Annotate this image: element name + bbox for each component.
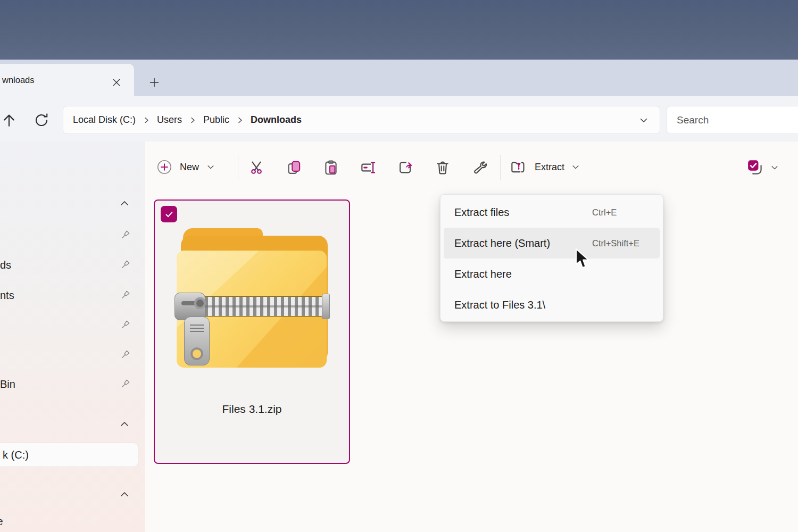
chevron-right-icon xyxy=(189,117,196,123)
sidebar-item-label: Bin xyxy=(0,378,15,390)
chevron-down-icon xyxy=(771,164,778,171)
new-button-label: New xyxy=(180,162,199,173)
close-icon xyxy=(112,78,121,87)
paste-button[interactable] xyxy=(320,157,342,178)
address-dropdown-button[interactable] xyxy=(639,116,648,124)
breadcrumb: Local Disk (C:) Users Public Downloads xyxy=(63,106,660,134)
tab-title: wnloads xyxy=(2,75,35,85)
paste-icon xyxy=(322,159,339,176)
breadcrumb-item-downloads[interactable]: Downloads xyxy=(251,114,302,126)
menu-item-label: Extract here (Smart) xyxy=(454,237,550,250)
zip-folder-icon xyxy=(510,159,527,176)
chevron-down-icon xyxy=(207,163,214,171)
trash-icon xyxy=(434,159,451,176)
sidebar-item[interactable] xyxy=(0,344,145,365)
refresh-icon xyxy=(34,112,49,128)
menu-item-extract-here[interactable]: Extract here xyxy=(444,259,660,289)
sidebar: ds nts Bin k (C:) e xyxy=(0,142,145,532)
pin-icon[interactable] xyxy=(119,349,131,361)
sidebar-item[interactable] xyxy=(0,314,145,336)
extract-button-label: Extract xyxy=(535,162,564,173)
chevron-up-icon xyxy=(119,489,130,500)
search-input[interactable] xyxy=(677,114,798,126)
toolbar-divider xyxy=(500,155,501,180)
chevron-right-icon xyxy=(237,117,243,123)
chevron-down-icon xyxy=(639,116,648,124)
plus-icon xyxy=(149,78,159,87)
pin-icon[interactable] xyxy=(119,378,131,390)
chevron-up-icon xyxy=(119,419,130,429)
menu-item-label: Extract here xyxy=(454,268,512,280)
menu-item-extract-here-smart[interactable]: Extract here (Smart) Ctrl+Shift+E xyxy=(444,228,660,259)
delete-button[interactable] xyxy=(432,157,453,178)
rename-button[interactable] xyxy=(357,157,378,178)
chevron-right-icon xyxy=(143,117,149,123)
pin-icon[interactable] xyxy=(119,259,131,271)
share-button[interactable] xyxy=(395,157,416,178)
rename-icon xyxy=(359,159,376,176)
add-circle-icon xyxy=(157,160,172,174)
cut-button[interactable] xyxy=(247,157,268,178)
copy-icon xyxy=(286,159,303,176)
arrow-up-icon xyxy=(1,112,17,129)
section-collapse-button[interactable] xyxy=(119,489,130,500)
copy-button[interactable] xyxy=(284,157,305,178)
sidebar-item-partial[interactable]: e xyxy=(0,515,3,528)
content-area: New xyxy=(145,142,798,532)
scissors-icon xyxy=(249,159,266,176)
file-item-files-3-1-zip[interactable]: Files 3.1.zip xyxy=(154,200,350,464)
file-name-label: Files 3.1.zip xyxy=(155,403,349,415)
menu-item-shortcut: Ctrl+Shift+E xyxy=(592,238,639,248)
extract-dropdown-menu: Extract files Ctrl+E Extract here (Smart… xyxy=(440,194,663,322)
pin-icon[interactable] xyxy=(119,229,131,241)
tools-button[interactable] xyxy=(469,157,491,178)
window-titlebar xyxy=(0,0,798,60)
wrench-icon xyxy=(471,159,488,176)
new-tab-button[interactable] xyxy=(146,74,163,91)
menu-item-label: Extract files xyxy=(454,206,509,219)
section-collapse-button[interactable] xyxy=(119,198,130,209)
menu-item-extract-to-folder[interactable]: Extract to Files 3.1\ xyxy=(444,289,660,320)
breadcrumb-item-public[interactable]: Public xyxy=(203,114,229,126)
drive-label: k (C:) xyxy=(3,449,29,461)
sidebar-item-documents[interactable]: nts xyxy=(0,285,145,306)
menu-item-extract-files[interactable]: Extract files Ctrl+E xyxy=(444,197,660,228)
menu-item-shortcut: Ctrl+E xyxy=(592,207,617,218)
sidebar-item[interactable] xyxy=(0,225,145,246)
breadcrumb-item-local-disk[interactable]: Local Disk (C:) xyxy=(73,114,136,126)
menu-item-label: Extract to Files 3.1\ xyxy=(454,299,545,311)
share-icon xyxy=(397,159,414,176)
selection-checkbox[interactable] xyxy=(161,206,177,222)
selection-options-button[interactable] xyxy=(745,156,778,179)
section-collapse-button[interactable] xyxy=(119,419,130,429)
tab-close-button[interactable] xyxy=(109,75,124,90)
multiselect-check-icon xyxy=(745,158,764,177)
sidebar-item-recycle-bin[interactable]: Bin xyxy=(0,373,145,395)
pin-icon[interactable] xyxy=(119,289,131,301)
check-icon xyxy=(164,209,174,220)
pin-icon[interactable] xyxy=(119,319,131,331)
breadcrumb-item-users[interactable]: Users xyxy=(157,114,182,126)
sidebar-item-local-disk-c[interactable]: k (C:) xyxy=(0,443,138,467)
extract-button[interactable]: Extract xyxy=(510,154,579,180)
zip-file-icon xyxy=(177,228,330,368)
up-directory-button[interactable] xyxy=(0,110,18,130)
refresh-button[interactable] xyxy=(32,111,51,130)
chevron-up-icon xyxy=(119,198,130,209)
sidebar-item-label: nts xyxy=(0,289,14,302)
new-button[interactable]: New xyxy=(157,154,214,180)
toolbar-divider xyxy=(238,155,238,180)
sidebar-item-label: ds xyxy=(0,259,11,271)
chevron-down-icon xyxy=(572,163,579,171)
sidebar-item-downloads[interactable]: ds xyxy=(0,254,145,276)
search-box xyxy=(667,106,798,134)
